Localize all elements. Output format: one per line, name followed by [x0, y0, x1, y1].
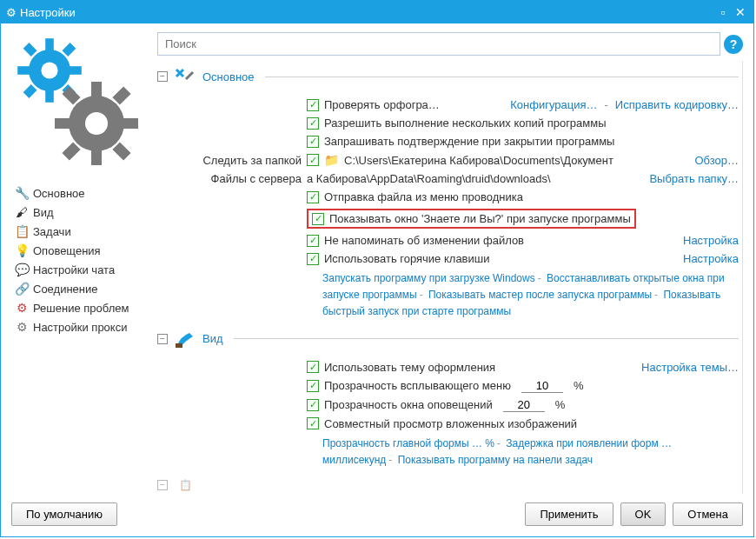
svg-rect-20	[176, 343, 182, 348]
watch-folder-checkbox[interactable]	[307, 154, 319, 166]
svg-rect-5	[23, 43, 37, 57]
nav-proxy-label: Настройки прокси	[33, 321, 127, 334]
chat-icon: 💬	[15, 263, 29, 276]
main-hints: Запускать программу при загрузке Windows…	[185, 268, 739, 323]
show-didyouknow-checkbox[interactable]	[312, 213, 324, 225]
svg-point-9	[41, 62, 57, 78]
dont-remind-settings-link[interactable]: Настройка	[683, 234, 739, 247]
next-section-icon: 📋	[173, 475, 197, 494]
footer: По умолчанию Применить OK Отмена	[1, 494, 753, 536]
svg-rect-13	[55, 118, 72, 129]
nested-images-label: Совместный просмотр вложенных изображени…	[324, 417, 577, 430]
use-hotkeys-checkbox[interactable]	[307, 253, 319, 265]
notif-trans-input[interactable]	[503, 398, 545, 412]
hint-main-form-trans[interactable]: Прозрачность главной формы … %	[322, 437, 494, 449]
apply-button[interactable]: Применить	[525, 502, 613, 526]
server-files-label: Файлы с сервера	[185, 172, 302, 185]
gear-red-icon: ⚙	[15, 301, 29, 315]
settings-window: ⚙ Настройки ▫ ✕	[0, 0, 754, 537]
window-title: Настройки	[20, 6, 76, 19]
choose-folder-link[interactable]: Выбрать папку…	[649, 172, 739, 185]
nav-chat-settings[interactable]: 💬Настройки чата	[11, 260, 150, 279]
notif-trans-label: Прозрачность окна оповещений	[324, 398, 493, 411]
svg-rect-12	[91, 148, 102, 165]
dont-remind-checkbox[interactable]	[307, 235, 319, 247]
svg-rect-7	[23, 84, 37, 98]
use-theme-label: Использовать тему оформления	[324, 361, 495, 374]
titlebar: ⚙ Настройки ▫ ✕	[1, 1, 753, 23]
folder-icon: 📁	[324, 153, 339, 167]
collapse-main-icon[interactable]: −	[157, 71, 168, 82]
close-icon[interactable]: ✕	[733, 4, 748, 20]
maximize-icon[interactable]: ▫	[715, 4, 731, 20]
use-theme-checkbox[interactable]	[307, 361, 319, 373]
bulb-icon: 💡	[15, 243, 29, 257]
hint-autostart[interactable]: Запускать программу при загрузке Windows	[322, 272, 535, 284]
nav-troubleshoot-label: Решение проблем	[33, 302, 129, 315]
nav-main[interactable]: 🔧Основное	[11, 183, 150, 203]
nav-tasks[interactable]: 📋Задачи	[11, 222, 150, 241]
search-input[interactable]	[157, 32, 720, 56]
svg-rect-4	[69, 66, 81, 75]
section-view-title: Вид	[202, 332, 223, 345]
dont-remind-label: Не напоминать об изменении файлов	[324, 234, 524, 247]
section-main-title: Основное	[202, 70, 255, 83]
svg-rect-14	[121, 118, 138, 129]
nav-main-label: Основное	[33, 187, 85, 200]
allow-multiple-checkbox[interactable]	[307, 117, 319, 130]
configuration-link[interactable]: Конфигурация…	[510, 98, 597, 111]
svg-rect-1	[45, 38, 54, 50]
hint-show-wizard[interactable]: Показывать мастер после запуска программ…	[428, 289, 652, 301]
settings-gear-icon: ⚙	[6, 6, 17, 19]
help-button[interactable]: ?	[724, 35, 743, 54]
nav-connection[interactable]: 🔗Соединение	[11, 279, 150, 298]
svg-rect-3	[17, 66, 30, 75]
nested-images-checkbox[interactable]	[307, 417, 319, 429]
collapse-view-icon[interactable]: −	[157, 334, 168, 344]
settings-panel: − Основное Проверять орфогра… Конфигурац…	[157, 61, 743, 494]
hotkeys-settings-link[interactable]: Настройка	[683, 252, 739, 265]
popup-trans-label: Прозрачность всплывающего меню	[324, 379, 511, 392]
use-hotkeys-label: Использовать горячие клавиши	[324, 252, 489, 265]
svg-rect-6	[62, 43, 76, 57]
wrench-icon: 🔧	[15, 186, 29, 200]
ok-button[interactable]: OK	[620, 502, 666, 526]
watch-folder-path: C:\Users\Екатерина Кабирова\Documents\До…	[344, 154, 613, 167]
link-icon: 🔗	[15, 282, 29, 296]
section-view-header: − Вид	[157, 329, 739, 349]
check-spelling-label: Проверять орфогра…	[324, 98, 440, 111]
check-spelling-checkbox[interactable]	[307, 99, 319, 111]
notif-trans-checkbox[interactable]	[307, 399, 319, 411]
popup-trans-input[interactable]	[521, 379, 563, 393]
default-button[interactable]: По умолчанию	[11, 502, 117, 526]
percent-label-1: %	[574, 379, 584, 392]
highlighted-option: Показывать окно 'Знаете ли Вы?' при запу…	[307, 209, 636, 229]
cancel-button[interactable]: Отмена	[673, 502, 743, 526]
nav-troubleshoot[interactable]: ⚙Решение проблем	[11, 298, 150, 317]
show-didyouknow-label: Показывать окно 'Знаете ли Вы?' при запу…	[329, 212, 631, 225]
collapse-next-icon[interactable]: −	[157, 480, 168, 490]
watch-folder-label: Следить за папкой	[185, 154, 302, 167]
theme-settings-link[interactable]: Настройка темы…	[641, 361, 739, 374]
browse-link[interactable]: Обзор…	[694, 154, 739, 167]
svg-point-19	[85, 112, 108, 135]
popup-trans-checkbox[interactable]	[307, 380, 319, 392]
decorative-gears	[11, 32, 150, 180]
tasks-icon: 📋	[15, 224, 29, 238]
nav-notifications[interactable]: 💡Оповещения	[11, 241, 150, 260]
section-main-header: − Основное	[157, 66, 739, 87]
brush-large-icon	[173, 329, 197, 349]
nav-view[interactable]: 🖌Вид	[11, 203, 150, 222]
confirm-close-checkbox[interactable]	[307, 136, 319, 148]
hint-show-taskbar[interactable]: Показывать программу на панели задач	[398, 454, 593, 466]
send-from-explorer-checkbox[interactable]	[307, 191, 319, 203]
sidebar: 🔧Основное 🖌Вид 📋Задачи 💡Оповещения 💬Наст…	[11, 32, 150, 494]
svg-rect-11	[91, 82, 102, 99]
fix-encoding-link[interactable]: Исправить кодировку…	[615, 98, 739, 111]
nav-proxy[interactable]: ⚙Настройки прокси	[11, 317, 150, 336]
server-files-path: а Кабирова\AppData\Roaming\druid\downloa…	[307, 172, 551, 185]
nav-tasks-label: Задачи	[33, 225, 71, 238]
svg-rect-15	[62, 86, 80, 104]
gear-grey-icon: ⚙	[15, 320, 29, 334]
nav-chat-label: Настройки чата	[33, 263, 115, 276]
